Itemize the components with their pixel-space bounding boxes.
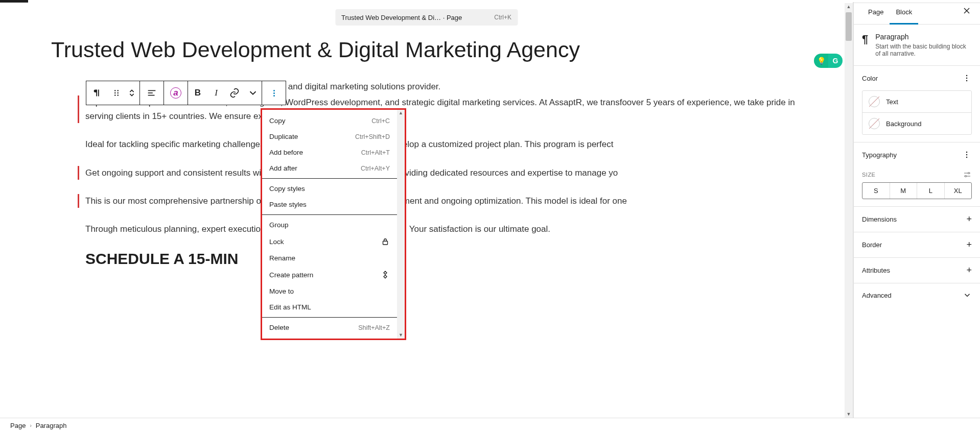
size-xl[interactable]: XL — [944, 183, 972, 199]
block-options-menu: ▲▼ CopyCtrl+C DuplicateCtrl+Shift+D Add … — [261, 108, 406, 340]
sidebar-tabs: Page Block — [854, 0, 980, 25]
svg-point-17 — [966, 157, 968, 158]
size-label: SIZE — [862, 172, 875, 178]
title-bar-shortcut: Ctrl+K — [494, 14, 511, 21]
svg-point-15 — [966, 152, 968, 153]
menu-create-pattern[interactable]: Create pattern — [262, 266, 397, 283]
menu-lock[interactable]: Lock — [262, 233, 397, 250]
size-s[interactable]: S — [862, 183, 890, 199]
text-color-swatch — [869, 96, 880, 107]
menu-move-to[interactable]: Move to — [262, 283, 397, 299]
tab-block[interactable]: Block — [890, 0, 918, 24]
svg-point-14 — [966, 80, 968, 82]
crumb-page[interactable]: Page — [10, 422, 26, 429]
paragraph-icon: ¶ — [862, 33, 868, 57]
svg-point-16 — [966, 154, 968, 156]
block-desc: Start with the basic building block of a… — [875, 43, 972, 57]
settings-icon[interactable] — [963, 170, 972, 179]
menu-group[interactable]: Group — [262, 217, 397, 233]
color-text-row[interactable]: Text — [862, 91, 971, 112]
block-toolbar: a B I — [86, 81, 286, 105]
drag-handle-icon[interactable] — [109, 81, 124, 105]
svg-point-21 — [965, 176, 967, 177]
menu-copy-styles[interactable]: Copy styles — [262, 181, 397, 197]
block-name: Paragraph — [875, 33, 972, 41]
more-icon[interactable] — [962, 73, 972, 83]
color-bg-row[interactable]: Background — [862, 112, 971, 134]
section-border[interactable]: Border + — [854, 232, 980, 257]
tab-page[interactable]: Page — [862, 0, 890, 24]
paragraph-4[interactable]: This is our most comprehensive partnersh… — [78, 194, 802, 208]
paragraph-type-button[interactable] — [86, 81, 109, 105]
menu-rename[interactable]: Rename — [262, 250, 397, 266]
paragraph-2[interactable]: Ideal for tackling specific marketing ch… — [85, 137, 802, 151]
ai-button[interactable]: a — [164, 81, 188, 105]
section-typography[interactable]: Typography — [854, 142, 980, 167]
more-icon[interactable] — [962, 150, 972, 160]
bg-color-swatch — [869, 118, 880, 129]
settings-sidebar: Page Block ¶ Paragraph Start with the ba… — [853, 0, 980, 418]
svg-point-19 — [968, 173, 970, 174]
menu-scrollbar[interactable]: ▲▼ — [397, 110, 405, 339]
close-icon — [962, 6, 972, 16]
svg-point-5 — [117, 94, 119, 96]
menu-duplicate[interactable]: DuplicateCtrl+Shift+D — [262, 129, 397, 145]
svg-point-13 — [966, 78, 968, 79]
editor-scrollbar[interactable]: ▲ ▼ — [845, 3, 853, 418]
title-bar[interactable]: Trusted Web Development & Di… · Page Ctr… — [335, 9, 518, 26]
menu-add-before[interactable]: Add beforeCtrl+Alt+T — [262, 145, 397, 160]
align-button[interactable] — [140, 81, 164, 105]
close-sidebar-button[interactable] — [962, 6, 972, 18]
plus-icon: + — [966, 214, 972, 225]
partial-line: company and digital marketing solutions … — [250, 80, 802, 93]
menu-copy[interactable]: CopyCtrl+C — [262, 113, 397, 129]
section-attributes[interactable]: Attributes + — [854, 258, 980, 283]
svg-point-2 — [114, 92, 116, 94]
svg-point-1 — [117, 90, 119, 91]
section-color[interactable]: Color — [854, 66, 980, 90]
subheading[interactable]: SCHEDULE A 15-MIN — [85, 250, 802, 268]
paragraph-5[interactable]: Through meticulous planning, expert exec… — [85, 222, 802, 236]
more-formatting-button[interactable] — [244, 81, 262, 105]
svg-point-0 — [114, 90, 116, 91]
italic-button[interactable]: I — [207, 81, 225, 105]
pattern-icon — [381, 270, 390, 279]
lock-icon — [381, 237, 390, 246]
page-heading[interactable]: Trusted Web Development & Digital Market… — [51, 36, 802, 64]
chevron-down-icon — [963, 291, 972, 300]
menu-paste-styles[interactable]: Paste styles — [262, 197, 397, 212]
block-options-button[interactable] — [262, 81, 286, 105]
link-button[interactable] — [225, 81, 244, 105]
bold-button[interactable]: B — [188, 81, 207, 105]
section-advanced[interactable]: Advanced — [854, 283, 980, 307]
size-buttons: S M L XL — [862, 182, 972, 199]
editor-main: ▲ ▼ Trusted Web Development & Di… · Page… — [0, 0, 853, 418]
plus-icon: + — [966, 239, 972, 250]
paragraph-3[interactable]: Get ongoing support and consistent resul… — [78, 166, 802, 180]
breadcrumb-footer: Page › Paragraph — [0, 418, 980, 433]
section-dimensions[interactable]: Dimensions + — [854, 207, 980, 232]
svg-rect-9 — [383, 241, 388, 245]
menu-delete[interactable]: DeleteShift+Alt+Z — [262, 320, 397, 335]
grammarly-badge[interactable]: 💡 G — [814, 54, 843, 68]
crumb-paragraph[interactable]: Paragraph — [36, 422, 67, 429]
block-info: ¶ Paragraph Start with the basic buildin… — [854, 25, 980, 65]
title-bar-text: Trusted Web Development & Di… · Page — [341, 14, 462, 21]
move-arrows-button[interactable] — [124, 81, 139, 105]
breadcrumb-sep: › — [30, 423, 31, 428]
menu-add-after[interactable]: Add afterCtrl+Alt+Y — [262, 160, 397, 176]
svg-point-4 — [114, 94, 116, 96]
menu-edit-html[interactable]: Edit as HTML — [262, 299, 397, 315]
svg-point-12 — [966, 75, 968, 77]
size-l[interactable]: L — [917, 183, 944, 199]
size-m[interactable]: M — [890, 183, 917, 199]
plus-icon: + — [966, 265, 972, 276]
svg-point-3 — [117, 92, 119, 94]
